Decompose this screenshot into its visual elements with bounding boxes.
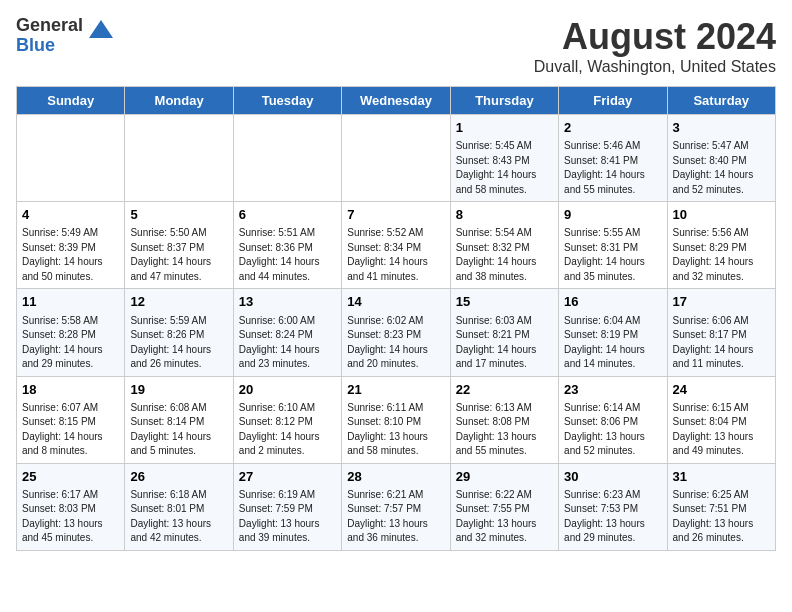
calendar-header-row: SundayMondayTuesdayWednesdayThursdayFrid… (17, 87, 776, 115)
day-number: 19 (130, 381, 227, 399)
day-info: Sunrise: 5:52 AM Sunset: 8:34 PM Dayligh… (347, 226, 444, 284)
day-info: Sunrise: 6:04 AM Sunset: 8:19 PM Dayligh… (564, 314, 661, 372)
day-number: 27 (239, 468, 336, 486)
calendar-cell: 9Sunrise: 5:55 AM Sunset: 8:31 PM Daylig… (559, 202, 667, 289)
calendar-cell (17, 115, 125, 202)
day-number: 8 (456, 206, 553, 224)
logo-blue-text: Blue (16, 36, 83, 56)
day-info: Sunrise: 5:46 AM Sunset: 8:41 PM Dayligh… (564, 139, 661, 197)
day-number: 14 (347, 293, 444, 311)
day-info: Sunrise: 6:00 AM Sunset: 8:24 PM Dayligh… (239, 314, 336, 372)
calendar-cell: 14Sunrise: 6:02 AM Sunset: 8:23 PM Dayli… (342, 289, 450, 376)
subtitle: Duvall, Washington, United States (534, 58, 776, 76)
calendar-header-wednesday: Wednesday (342, 87, 450, 115)
svg-marker-0 (89, 20, 113, 38)
day-number: 12 (130, 293, 227, 311)
calendar-cell: 1Sunrise: 5:45 AM Sunset: 8:43 PM Daylig… (450, 115, 558, 202)
day-number: 11 (22, 293, 119, 311)
calendar-header-thursday: Thursday (450, 87, 558, 115)
day-number: 22 (456, 381, 553, 399)
calendar-cell: 11Sunrise: 5:58 AM Sunset: 8:28 PM Dayli… (17, 289, 125, 376)
calendar-cell: 3Sunrise: 5:47 AM Sunset: 8:40 PM Daylig… (667, 115, 775, 202)
day-number: 18 (22, 381, 119, 399)
title-section: August 2024 Duvall, Washington, United S… (534, 16, 776, 76)
day-number: 13 (239, 293, 336, 311)
day-info: Sunrise: 5:50 AM Sunset: 8:37 PM Dayligh… (130, 226, 227, 284)
calendar-cell: 7Sunrise: 5:52 AM Sunset: 8:34 PM Daylig… (342, 202, 450, 289)
calendar-week-row: 18Sunrise: 6:07 AM Sunset: 8:15 PM Dayli… (17, 376, 776, 463)
calendar-cell: 5Sunrise: 5:50 AM Sunset: 8:37 PM Daylig… (125, 202, 233, 289)
day-info: Sunrise: 6:10 AM Sunset: 8:12 PM Dayligh… (239, 401, 336, 459)
day-number: 21 (347, 381, 444, 399)
calendar-cell: 4Sunrise: 5:49 AM Sunset: 8:39 PM Daylig… (17, 202, 125, 289)
calendar-week-row: 4Sunrise: 5:49 AM Sunset: 8:39 PM Daylig… (17, 202, 776, 289)
day-number: 26 (130, 468, 227, 486)
calendar-header-tuesday: Tuesday (233, 87, 341, 115)
calendar-header-sunday: Sunday (17, 87, 125, 115)
day-number: 28 (347, 468, 444, 486)
day-info: Sunrise: 6:23 AM Sunset: 7:53 PM Dayligh… (564, 488, 661, 546)
logo-icon (87, 18, 115, 46)
day-info: Sunrise: 5:54 AM Sunset: 8:32 PM Dayligh… (456, 226, 553, 284)
day-number: 15 (456, 293, 553, 311)
calendar-cell: 15Sunrise: 6:03 AM Sunset: 8:21 PM Dayli… (450, 289, 558, 376)
day-info: Sunrise: 6:11 AM Sunset: 8:10 PM Dayligh… (347, 401, 444, 459)
day-number: 3 (673, 119, 770, 137)
day-info: Sunrise: 6:03 AM Sunset: 8:21 PM Dayligh… (456, 314, 553, 372)
logo-general-text: General (16, 16, 83, 36)
day-number: 5 (130, 206, 227, 224)
calendar-cell: 29Sunrise: 6:22 AM Sunset: 7:55 PM Dayli… (450, 463, 558, 550)
day-number: 6 (239, 206, 336, 224)
day-info: Sunrise: 5:59 AM Sunset: 8:26 PM Dayligh… (130, 314, 227, 372)
day-number: 25 (22, 468, 119, 486)
day-number: 9 (564, 206, 661, 224)
calendar-cell: 24Sunrise: 6:15 AM Sunset: 8:04 PM Dayli… (667, 376, 775, 463)
day-number: 31 (673, 468, 770, 486)
calendar-header-friday: Friday (559, 87, 667, 115)
day-info: Sunrise: 6:15 AM Sunset: 8:04 PM Dayligh… (673, 401, 770, 459)
calendar-cell: 26Sunrise: 6:18 AM Sunset: 8:01 PM Dayli… (125, 463, 233, 550)
calendar-cell: 17Sunrise: 6:06 AM Sunset: 8:17 PM Dayli… (667, 289, 775, 376)
calendar-cell: 20Sunrise: 6:10 AM Sunset: 8:12 PM Dayli… (233, 376, 341, 463)
calendar-cell: 23Sunrise: 6:14 AM Sunset: 8:06 PM Dayli… (559, 376, 667, 463)
day-info: Sunrise: 5:56 AM Sunset: 8:29 PM Dayligh… (673, 226, 770, 284)
calendar-cell (342, 115, 450, 202)
calendar-cell (125, 115, 233, 202)
day-info: Sunrise: 6:02 AM Sunset: 8:23 PM Dayligh… (347, 314, 444, 372)
day-number: 17 (673, 293, 770, 311)
calendar-cell: 16Sunrise: 6:04 AM Sunset: 8:19 PM Dayli… (559, 289, 667, 376)
day-info: Sunrise: 5:55 AM Sunset: 8:31 PM Dayligh… (564, 226, 661, 284)
calendar-cell: 25Sunrise: 6:17 AM Sunset: 8:03 PM Dayli… (17, 463, 125, 550)
day-number: 29 (456, 468, 553, 486)
day-info: Sunrise: 6:18 AM Sunset: 8:01 PM Dayligh… (130, 488, 227, 546)
calendar-cell: 21Sunrise: 6:11 AM Sunset: 8:10 PM Dayli… (342, 376, 450, 463)
day-number: 23 (564, 381, 661, 399)
calendar-cell: 12Sunrise: 5:59 AM Sunset: 8:26 PM Dayli… (125, 289, 233, 376)
day-info: Sunrise: 6:21 AM Sunset: 7:57 PM Dayligh… (347, 488, 444, 546)
calendar-cell: 6Sunrise: 5:51 AM Sunset: 8:36 PM Daylig… (233, 202, 341, 289)
day-info: Sunrise: 6:22 AM Sunset: 7:55 PM Dayligh… (456, 488, 553, 546)
day-number: 24 (673, 381, 770, 399)
day-number: 2 (564, 119, 661, 137)
day-info: Sunrise: 6:07 AM Sunset: 8:15 PM Dayligh… (22, 401, 119, 459)
calendar-cell: 30Sunrise: 6:23 AM Sunset: 7:53 PM Dayli… (559, 463, 667, 550)
day-info: Sunrise: 6:08 AM Sunset: 8:14 PM Dayligh… (130, 401, 227, 459)
logo: General Blue (16, 16, 115, 56)
calendar-cell: 10Sunrise: 5:56 AM Sunset: 8:29 PM Dayli… (667, 202, 775, 289)
calendar-cell: 22Sunrise: 6:13 AM Sunset: 8:08 PM Dayli… (450, 376, 558, 463)
header: General Blue August 2024 Duvall, Washing… (16, 16, 776, 76)
day-number: 20 (239, 381, 336, 399)
calendar-cell: 28Sunrise: 6:21 AM Sunset: 7:57 PM Dayli… (342, 463, 450, 550)
day-info: Sunrise: 5:47 AM Sunset: 8:40 PM Dayligh… (673, 139, 770, 197)
day-info: Sunrise: 5:58 AM Sunset: 8:28 PM Dayligh… (22, 314, 119, 372)
day-info: Sunrise: 6:13 AM Sunset: 8:08 PM Dayligh… (456, 401, 553, 459)
day-number: 7 (347, 206, 444, 224)
calendar-cell: 2Sunrise: 5:46 AM Sunset: 8:41 PM Daylig… (559, 115, 667, 202)
day-number: 1 (456, 119, 553, 137)
calendar-cell: 27Sunrise: 6:19 AM Sunset: 7:59 PM Dayli… (233, 463, 341, 550)
calendar-cell: 8Sunrise: 5:54 AM Sunset: 8:32 PM Daylig… (450, 202, 558, 289)
calendar-cell: 31Sunrise: 6:25 AM Sunset: 7:51 PM Dayli… (667, 463, 775, 550)
day-number: 4 (22, 206, 119, 224)
day-info: Sunrise: 5:49 AM Sunset: 8:39 PM Dayligh… (22, 226, 119, 284)
day-number: 16 (564, 293, 661, 311)
